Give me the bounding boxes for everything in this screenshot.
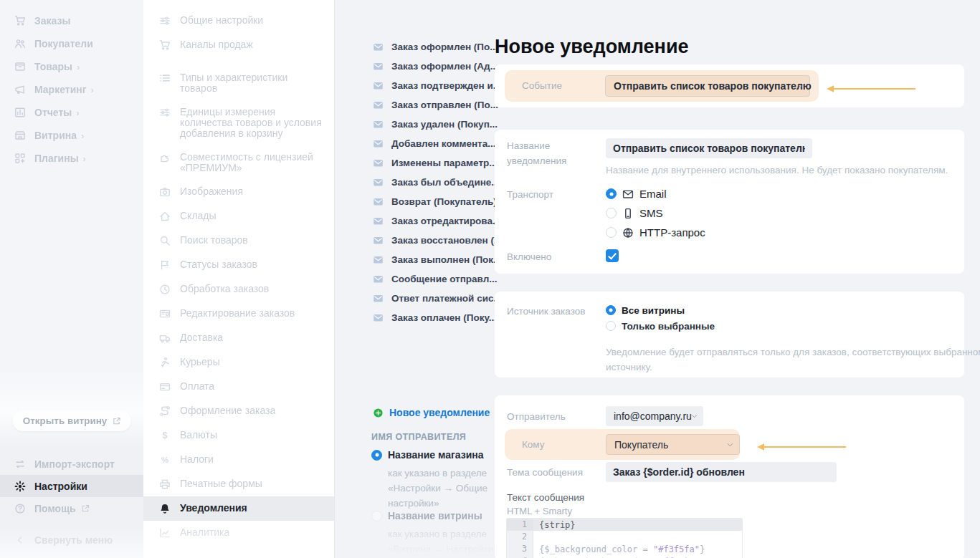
printer-icon (159, 478, 171, 490)
line-number: 2 (507, 531, 533, 543)
main-sidebar: Заказы › Покупатели › Товары › (0, 0, 143, 558)
open-storefront-button[interactable]: Открыть витрину (13, 410, 131, 431)
house-icon (159, 211, 171, 222)
code-line: 4 {$_bonus_background = "#ffa"} (507, 555, 742, 558)
sidebar-item[interactable]: Плагины › (0, 147, 143, 170)
settings-nav-item[interactable]: Редактирование заказов (143, 302, 334, 326)
notification-item[interactable]: Заказ отредактирова... (373, 211, 502, 231)
settings-nav-item[interactable]: Курьеры (143, 350, 334, 375)
settings-nav-item[interactable]: Оформление заказа (143, 399, 334, 423)
enabled-checkbox[interactable] (606, 249, 619, 262)
settings-nav-item[interactable]: % Налоги (143, 448, 334, 472)
envelope-icon (373, 235, 384, 246)
notification-item[interactable]: Заказ отправлен (По... (373, 95, 502, 115)
settings-nav-item[interactable]: Уведомления (143, 496, 334, 521)
source-option[interactable]: Только выбранные (606, 318, 715, 334)
settings-nav-item[interactable]: Единицы измерения количества товаров и у… (143, 100, 334, 145)
name-help: Название для внутреннего использования. … (606, 163, 957, 178)
sender-name-option-store: Название магазина как указано в разделе … (371, 449, 504, 511)
notification-item[interactable]: Заказ оформлен (Ад... (373, 57, 502, 76)
message-card: Отправитель info@company.ru Кому Покупат… (495, 395, 964, 558)
sidebar-item[interactable]: Товары › (0, 55, 143, 78)
notification-item[interactable]: Сообщение отправл... (373, 269, 502, 289)
settings-nav-item[interactable]: Обработка заказов (143, 277, 334, 302)
clock-icon (159, 284, 171, 295)
notification-item[interactable]: Заказ был объедине... (373, 173, 502, 192)
event-highlight: Событие Отправить список товаров покупат… (505, 70, 819, 102)
chart-icon (159, 527, 171, 539)
radio-storefront-name[interactable]: Название витрины (371, 510, 504, 521)
truck-icon (159, 332, 171, 344)
event-card: Событие Отправить список товаров покупат… (495, 64, 964, 107)
notification-item[interactable]: Добавлен коммента... (373, 134, 502, 153)
event-value: Отправить список товаров покупателю (614, 80, 812, 92)
new-notification-link[interactable]: Новое уведомление (373, 407, 490, 418)
notification-item[interactable]: Ответ платежной сис... (373, 289, 502, 308)
sidebar-item[interactable]: Заказы › (0, 9, 143, 32)
notification-item[interactable]: Заказ подтвержден и... (373, 76, 502, 95)
settings-nav-item[interactable]: Изображения (143, 180, 334, 204)
sliders-icon (159, 15, 171, 27)
notification-item[interactable]: Заказ восстановлен (... (373, 231, 502, 250)
main-menu-bottom: Импорт-экспорт › Настройки › Помощь › (0, 453, 143, 551)
notification-item[interactable]: Заказ оформлен (По... (373, 37, 502, 57)
camera-icon (159, 186, 171, 198)
radio-store-name[interactable]: Название магазина (371, 449, 504, 461)
open-storefront-label: Открыть витрину (23, 415, 108, 426)
envelope-icon (373, 216, 384, 226)
message-body-editor[interactable]: 1 {strip} 2 3 {$_background_color = "#f3… (506, 518, 743, 558)
sidebar-item[interactable]: Маркетинг › (0, 78, 143, 101)
transport-option[interactable]: SMS (606, 203, 705, 223)
settings-nav-item[interactable]: Совместимость с лицензией «ПРЕМИУМ» (143, 145, 334, 180)
settings-nav-item[interactable]: Доставка (143, 326, 334, 350)
sidebar-item[interactable]: Помощь › (0, 497, 143, 519)
puzzle-icon (159, 152, 171, 163)
envelope-icon (373, 177, 384, 188)
chevron-right-icon: › (77, 62, 80, 72)
notification-name-input[interactable] (606, 138, 812, 158)
code-line: 2 (507, 531, 742, 543)
notification-item[interactable]: Заказ удален (Покуп... (373, 115, 502, 134)
notification-item[interactable]: Заказ выполнен (Пок... (373, 250, 502, 269)
sidebar-item[interactable]: Настройки › (0, 475, 143, 497)
settings-nav-item[interactable]: Общие настройки (143, 9, 334, 33)
sender-name-option-storefront: Название витрины как указано в разделе «… (371, 510, 504, 557)
notification-item[interactable]: Изменены параметр... (373, 153, 502, 173)
sidebar-item[interactable]: Импорт-экспорт › (0, 453, 143, 475)
general-card: Название уведомления Название для внутре… (495, 130, 964, 274)
sidebar-item[interactable]: Витрина › (0, 124, 143, 147)
radio-selected-icon (371, 450, 382, 461)
settings-nav-item[interactable]: Каналы продаж (143, 33, 334, 57)
transport-option[interactable]: Email (606, 184, 705, 203)
settings-nav-item[interactable]: Аналитика (143, 521, 334, 545)
settings-nav-item[interactable]: Печатные формы (143, 472, 334, 496)
sender-select[interactable]: info@company.ru (606, 406, 703, 426)
settings-nav-item[interactable]: Типы и характеристики товаров (143, 66, 334, 100)
settings-nav-item[interactable]: $ Валюты (143, 423, 334, 448)
notification-item[interactable]: Возврат (Покупатель) (373, 192, 502, 211)
notification-item[interactable]: Заказ оплачен (Поку... (373, 308, 502, 327)
mail-icon (622, 188, 634, 200)
sidebar-item[interactable]: Свернуть меню › (0, 529, 143, 551)
radio-icon (606, 188, 617, 199)
option-description: как указано в разделе «Витрина → Настрой… (388, 526, 504, 557)
transport-option[interactable]: HTTP-запрос (606, 223, 705, 242)
settings-nav-item[interactable]: Оплата (143, 375, 334, 399)
settings-nav-item[interactable]: Склады (143, 204, 334, 229)
enabled-label: Включено (507, 251, 551, 262)
envelope-icon (373, 80, 384, 91)
settings-nav-item[interactable]: Статусы заказов (143, 253, 334, 277)
event-select[interactable]: Отправить список товаров покупателю (605, 75, 810, 97)
source-option[interactable]: Все витрины (606, 302, 715, 318)
chevron-right-icon: › (83, 153, 86, 164)
collapse-icon (14, 534, 26, 546)
sidebar-item[interactable]: Отчеты › (0, 101, 143, 124)
envelope-icon (373, 119, 384, 130)
subject-input[interactable] (606, 462, 837, 482)
sidebar-item[interactable]: Покупатели › (0, 32, 143, 55)
sender-value: info@company.ru (614, 410, 692, 422)
to-select[interactable]: Покупатель (606, 434, 740, 455)
source-options: Все витрины Только выбранные (606, 302, 715, 334)
settings-nav-item[interactable]: Поиск товаров (143, 229, 334, 253)
event-label: Событие (522, 80, 562, 91)
